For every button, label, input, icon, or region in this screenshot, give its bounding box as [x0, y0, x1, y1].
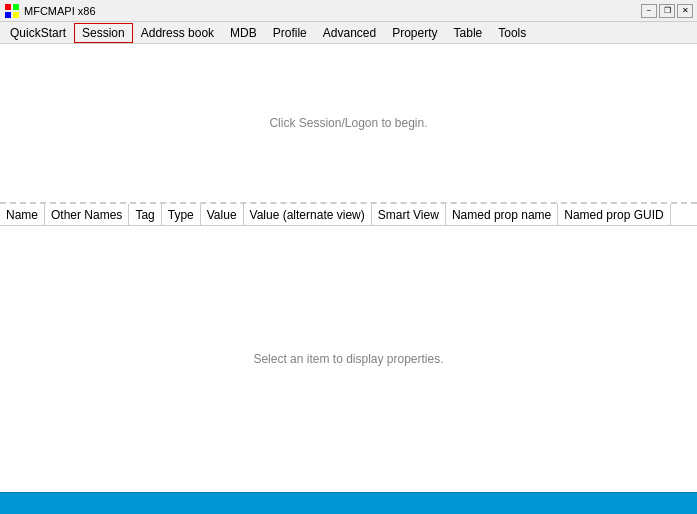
col-value-alt[interactable]: Value (alternate view) [244, 204, 372, 225]
col-named-prop-guid[interactable]: Named prop GUID [558, 204, 670, 225]
col-tag[interactable]: Tag [129, 204, 161, 225]
table-pane: Name Other Names Tag Type Value Value (a… [0, 204, 697, 492]
menu-item-mdb[interactable]: MDB [222, 23, 265, 43]
menu-bar: QuickStart Session Address book MDB Prof… [0, 22, 697, 44]
status-bar [0, 492, 697, 514]
menu-item-session[interactable]: Session [74, 23, 133, 43]
table-body: Select an item to display properties. [0, 226, 697, 492]
col-type[interactable]: Type [162, 204, 201, 225]
svg-rect-0 [5, 4, 11, 10]
restore-button[interactable]: ❐ [659, 4, 675, 18]
svg-rect-2 [5, 12, 11, 18]
svg-rect-3 [13, 12, 19, 18]
minimize-button[interactable]: − [641, 4, 657, 18]
col-name[interactable]: Name [0, 204, 45, 225]
menu-item-table[interactable]: Table [446, 23, 491, 43]
table-header: Name Other Names Tag Type Value Value (a… [0, 204, 697, 226]
app-icon [4, 3, 20, 19]
upper-pane: Click Session/Logon to begin. [0, 44, 697, 204]
menu-item-profile[interactable]: Profile [265, 23, 315, 43]
main-content: Click Session/Logon to begin. Name Other… [0, 44, 697, 492]
empty-state-message: Select an item to display properties. [253, 352, 443, 366]
col-other-names[interactable]: Other Names [45, 204, 129, 225]
menu-item-advanced[interactable]: Advanced [315, 23, 384, 43]
col-value[interactable]: Value [201, 204, 244, 225]
window-title: MFCMAPI x86 [24, 5, 641, 17]
title-bar: MFCMAPI x86 − ❐ ✕ [0, 0, 697, 22]
col-smart-view[interactable]: Smart View [372, 204, 446, 225]
menu-item-quickstart[interactable]: QuickStart [2, 23, 74, 43]
logon-message: Click Session/Logon to begin. [269, 116, 427, 130]
window-controls: − ❐ ✕ [641, 4, 693, 18]
close-button[interactable]: ✕ [677, 4, 693, 18]
menu-item-property[interactable]: Property [384, 23, 445, 43]
menu-item-tools[interactable]: Tools [490, 23, 534, 43]
col-named-prop-name[interactable]: Named prop name [446, 204, 558, 225]
svg-rect-1 [13, 4, 19, 10]
menu-item-addressbook[interactable]: Address book [133, 23, 222, 43]
